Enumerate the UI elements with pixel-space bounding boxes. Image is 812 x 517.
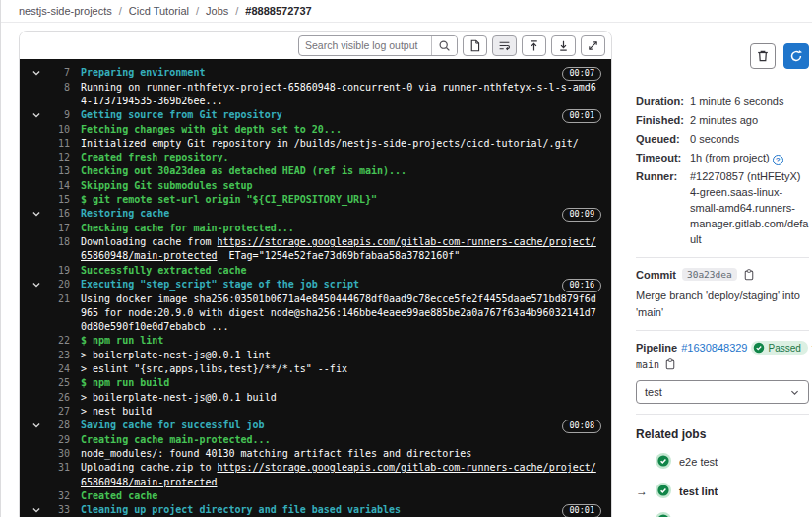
log-line-text: > nest build [70, 405, 601, 419]
search-icon[interactable] [431, 36, 457, 55]
log-line-number[interactable]: 19 [49, 264, 70, 278]
log-line-number[interactable]: 15 [49, 193, 70, 207]
log-line-number[interactable]: 30 [49, 447, 70, 461]
log-line: 17Checking cache for main-protected... [24, 222, 601, 235]
wrap-lines-button[interactable] [492, 35, 517, 56]
log-line: 20Executing "step_script" stage of the j… [24, 278, 601, 292]
log-line-text: $ npm run build [70, 376, 601, 390]
log-line: 33Cleaning up project directory and file… [24, 503, 601, 517]
clipboard-icon [743, 269, 755, 281]
breadcrumb-link[interactable]: Cicd Tutorial [129, 5, 189, 17]
log-line-text: Restoring cache [70, 207, 552, 221]
log-line-number[interactable]: 23 [49, 349, 70, 362]
detail-label: Runner: [636, 169, 690, 248]
log-toolbar [20, 32, 611, 59]
log-line-number[interactable]: 27 [49, 405, 70, 419]
log-line-number[interactable]: 24 [49, 362, 70, 376]
pipeline-ref-row: main [636, 358, 809, 370]
commit-sha-link[interactable]: 30a23dea [682, 268, 737, 281]
log-line: 10Fetching changes with git depth set to… [24, 123, 601, 137]
log-line-number[interactable]: 33 [49, 503, 70, 517]
job-status-icon [656, 453, 671, 471]
pipeline-label: Pipeline [636, 342, 677, 354]
log-line-number[interactable]: 31 [49, 461, 70, 475]
log-line: 16Restoring cache00:09 [24, 207, 601, 222]
log-gutter [24, 123, 49, 125]
log-gutter [24, 362, 49, 364]
log-line-number[interactable]: 14 [49, 179, 70, 193]
breadcrumb-link[interactable]: nestjs-side-projects [19, 5, 112, 17]
pipeline-status-badge[interactable]: Passed [751, 341, 807, 355]
branch-ref-link[interactable]: main [636, 359, 659, 370]
fullscreen-button[interactable] [581, 35, 605, 56]
log-line-text: Uploading cache.zip to https://storage.g… [70, 461, 601, 489]
retry-icon [789, 49, 803, 63]
log-line: 26> boilerplate-nest-js@0.0.1 build [24, 391, 601, 405]
log-line-number[interactable]: 20 [49, 278, 70, 291]
log-line-number[interactable]: 10 [49, 123, 70, 137]
related-job-link[interactable]: e2e test [679, 456, 718, 468]
log-gutter [24, 193, 49, 195]
log-line-text: Using docker image sha256:03501b0671a4e8… [70, 292, 601, 335]
log-gutter [24, 461, 49, 463]
search-input[interactable] [299, 39, 431, 51]
section-duration-badge: 00:01 [562, 504, 601, 517]
log-line-number[interactable]: 21 [49, 292, 70, 306]
raw-log-button[interactable] [463, 35, 487, 56]
job-details: Duration:1 minute 6 secondsFinished:2 mi… [636, 95, 809, 247]
divider [636, 330, 809, 331]
log-line-number[interactable]: 25 [49, 376, 70, 390]
collapse-section-toggle[interactable] [24, 419, 49, 430]
detail-row: Duration:1 minute 6 seconds [636, 95, 809, 110]
fullscreen-icon [587, 39, 599, 52]
log-line: 31Uploading cache.zip to https://storage… [24, 461, 601, 489]
pipeline-id-link[interactable]: #1630848329 [681, 342, 747, 354]
help-icon[interactable]: ? [773, 155, 783, 165]
scroll-top-button[interactable] [522, 35, 546, 56]
wrap-lines-icon [498, 39, 511, 52]
log-line-number[interactable]: 29 [49, 433, 70, 447]
log-line-number[interactable]: 28 [49, 419, 70, 432]
erase-log-button[interactable] [750, 43, 776, 69]
log-gutter [24, 264, 49, 266]
collapse-section-toggle[interactable] [24, 278, 49, 290]
copy-commit-sha-button[interactable] [743, 269, 755, 281]
log-line-number[interactable]: 18 [49, 235, 70, 249]
collapse-section-toggle[interactable] [24, 108, 49, 120]
stage-select[interactable]: test [636, 380, 809, 404]
status-success-icon [656, 453, 671, 469]
log-line-text: Getting source from Git repository [70, 108, 552, 122]
related-job-row: →test lint [636, 483, 809, 500]
log-line-number[interactable]: 32 [49, 489, 70, 503]
collapse-section-toggle[interactable] [24, 207, 49, 219]
log-line-number[interactable]: 16 [49, 207, 70, 221]
related-job-link[interactable]: test lint [679, 485, 718, 497]
scroll-bottom-button[interactable] [551, 35, 576, 56]
log-line-text: Skipping Git submodules setup [70, 179, 601, 193]
collapse-section-toggle[interactable] [24, 503, 49, 515]
log-line: 8Running on runner-nthfetyx-project-6586… [24, 81, 601, 109]
log-gutter [24, 405, 49, 407]
log-line: 22$ npm run lint [24, 334, 601, 348]
log-line-text: > eslint "{src,apps,libs,test}/**/*.ts" … [70, 362, 601, 376]
log-line-number[interactable]: 9 [49, 108, 70, 122]
log-line: 25$ npm run build [24, 376, 601, 390]
log-line-number[interactable]: 17 [49, 222, 70, 235]
log-line-number[interactable]: 12 [49, 151, 70, 164]
log-line-text: > boilerplate-nest-js@0.0.1 build [70, 391, 601, 405]
log-line-text: Created fresh repository. [70, 151, 601, 164]
log-line-number[interactable]: 7 [49, 66, 70, 80]
log-line-number[interactable]: 26 [49, 391, 70, 405]
log-line-number[interactable]: 22 [49, 334, 70, 348]
chevron-down-icon [31, 209, 41, 219]
log-line: 19Successfully extracted cache [24, 264, 601, 278]
log-line-number[interactable]: 11 [49, 137, 70, 151]
log-line-number[interactable]: 13 [49, 164, 70, 178]
copy-branch-button[interactable] [664, 358, 676, 370]
collapse-section-toggle[interactable] [24, 66, 49, 78]
log-line-text: Created cache [70, 489, 601, 503]
log-line-text: Running on runner-nthfetyx-project-65860… [70, 81, 601, 109]
breadcrumb-link[interactable]: Jobs [206, 5, 228, 17]
retry-job-button[interactable] [783, 43, 809, 69]
log-line-number[interactable]: 8 [49, 81, 70, 95]
